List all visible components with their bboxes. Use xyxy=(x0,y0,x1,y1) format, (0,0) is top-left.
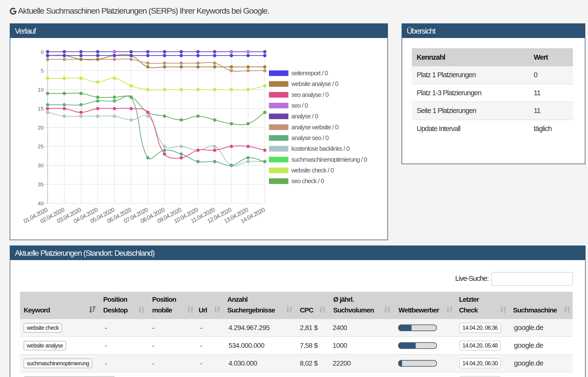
svg-text:kostenlose backlinks / 0: kostenlose backlinks / 0 xyxy=(291,145,350,152)
svg-text:35: 35 xyxy=(38,181,44,188)
svg-text:seo / 0: seo / 0 xyxy=(291,102,308,109)
svg-text:website analyse / 0: website analyse / 0 xyxy=(291,80,339,87)
svg-text:website check / 0: website check / 0 xyxy=(291,166,334,174)
svg-text:0: 0 xyxy=(41,49,44,55)
svg-text:analyse / 0: analyse / 0 xyxy=(291,113,318,120)
svg-text:analyse seo / 0: analyse seo / 0 xyxy=(291,134,328,141)
svg-text:suchmaschinenoptimierung / 0: suchmaschinenoptimierung / 0 xyxy=(291,156,367,163)
svg-text:5: 5 xyxy=(41,68,44,74)
svg-text:15: 15 xyxy=(38,106,44,112)
svg-text:seo check / 0: seo check / 0 xyxy=(291,177,324,185)
svg-text:40: 40 xyxy=(38,200,44,207)
svg-text:25: 25 xyxy=(38,143,44,150)
svg-text:analyse website / 0: analyse website / 0 xyxy=(291,123,339,131)
svg-text:30: 30 xyxy=(38,163,44,168)
svg-text:seitenreport / 0: seitenreport / 0 xyxy=(291,70,328,77)
svg-text:10: 10 xyxy=(38,87,44,93)
svg-text:seo analyse / 0: seo analyse / 0 xyxy=(291,91,328,98)
svg-text:20: 20 xyxy=(38,125,44,131)
